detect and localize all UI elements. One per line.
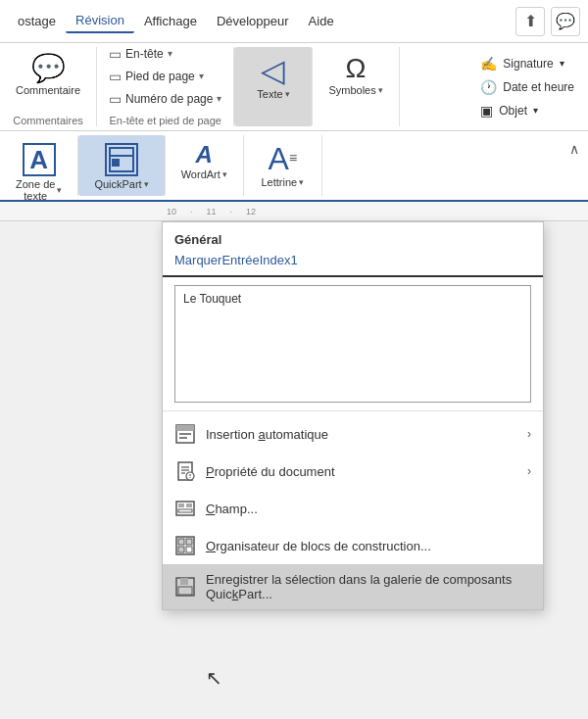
commentaire-icon: 💬: [31, 55, 66, 82]
pied-icon: ▭: [109, 69, 122, 84]
signature-icon: ✍: [480, 56, 497, 72]
objet-button[interactable]: ▣ Objet ▾: [474, 101, 580, 120]
symboles-button[interactable]: Ω Symboles ▾: [322, 51, 388, 100]
champ-icon: [174, 498, 196, 519]
quickpart-items: QuickPart ▾: [88, 135, 154, 196]
quickpart-label: QuickPart ▾: [94, 178, 148, 190]
propriete-doc-icon: [174, 460, 196, 482]
svg-rect-16: [186, 503, 192, 507]
zone-texte-items: A Zone detexte ▾: [10, 135, 68, 206]
entete-button[interactable]: ▭ En-tête ▾: [105, 44, 225, 64]
wordart-icon: A: [196, 143, 213, 167]
propriete-doc-arrow: ›: [527, 464, 531, 478]
texte-button[interactable]: ◁ Texte ▾: [249, 51, 298, 104]
dropdown-section-title: Général: [163, 222, 543, 251]
symboles-chevron: ▾: [378, 85, 383, 95]
svg-rect-20: [186, 539, 192, 545]
texte-items: ◁ Texte ▾: [249, 47, 298, 111]
insertion-auto-arrow: ›: [527, 427, 531, 441]
group-zone-texte: A Zone detexte ▾: [0, 135, 78, 196]
comment-button[interactable]: 💬: [551, 7, 580, 36]
svg-rect-2: [112, 159, 120, 167]
lettrine-button[interactable]: A ≡ Lettrine ▾: [255, 139, 310, 192]
ribbon-right-icons: ⬆ 💬: [515, 7, 580, 36]
svg-rect-22: [186, 547, 192, 552]
divider-1: [163, 410, 543, 411]
numero-chevron: ▾: [217, 93, 221, 104]
commentaire-label: Commentaire: [16, 84, 80, 96]
group-right: ✍ Signature ▾ 🕐 Date et heure ▣ Objet ▾: [466, 47, 588, 126]
share-button[interactable]: ⬆: [515, 7, 545, 36]
symboles-label: Symboles ▾: [328, 84, 382, 96]
objet-chevron: ▾: [533, 105, 538, 116]
lettrine-label: Lettrine ▾: [261, 176, 304, 188]
svg-rect-19: [178, 539, 184, 545]
ribbon-row-1: ostage Révision Affichage Développeur Ai…: [0, 0, 588, 43]
date-heure-button[interactable]: 🕐 Date et heure: [474, 77, 580, 97]
objet-icon: ▣: [480, 103, 493, 119]
propriete-doc-text: Propriété du document: [206, 464, 517, 479]
symboles-items: Ω Symboles ▾: [322, 47, 388, 111]
zone-texte-label: Zone detexte ▾: [16, 178, 62, 202]
signature-button[interactable]: ✍ Signature ▾: [474, 54, 580, 73]
group-symboles: Ω Symboles ▾: [313, 47, 399, 126]
preview-text: Le Touquet: [183, 292, 241, 306]
zone-texte-button[interactable]: A Zone detexte ▾: [10, 139, 68, 206]
zone-texte-chevron: ▾: [57, 185, 62, 195]
wordart-label: WordArt ▾: [181, 168, 227, 180]
group-wordart: A WordArt ▾: [166, 135, 244, 196]
svg-rect-15: [178, 503, 184, 507]
signature-chevron: ▾: [560, 58, 564, 69]
quickpart-chevron: ▾: [144, 179, 149, 189]
enregistrer-item[interactable]: Enregistrer la sélection dans la galerie…: [163, 564, 543, 609]
tab-aide[interactable]: Aide: [299, 10, 344, 32]
dropdown-preview: Le Touquet: [174, 285, 531, 403]
tab-postage[interactable]: ostage: [8, 10, 66, 32]
tab-affichage[interactable]: Affichage: [134, 10, 207, 32]
tab-revision[interactable]: Révision: [66, 9, 134, 33]
wordart-button[interactable]: A WordArt ▾: [175, 139, 233, 184]
pied-de-page-button[interactable]: ▭ Pied de page ▾: [105, 67, 225, 86]
insertion-auto-text: Insertion automatique: [206, 427, 517, 442]
lettrine-chevron: ▾: [299, 177, 304, 187]
commentaire-button[interactable]: 💬 Commentaire: [10, 51, 86, 100]
insertion-automatique-item[interactable]: Insertion automatique ›: [163, 415, 543, 453]
ruler: 10 · 11 · 12: [0, 202, 588, 221]
svg-rect-26: [181, 589, 189, 593]
svg-rect-4: [176, 425, 194, 431]
lettrine-items: A ≡ Lettrine ▾: [255, 135, 310, 196]
champ-text: Champ...: [206, 502, 531, 516]
tab-developpeur[interactable]: Développeur: [207, 10, 299, 32]
numero-icon: ▭: [109, 91, 122, 107]
group-texte: ◁ Texte ▾: [234, 47, 313, 126]
symboles-icon: Ω: [346, 55, 367, 82]
champ-item[interactable]: Champ...: [163, 490, 543, 527]
ruler-marks: 10 · 11 · 12: [167, 207, 256, 216]
quickpart-button[interactable]: QuickPart ▾: [88, 139, 154, 194]
lettrine-icon: A ≡: [269, 143, 298, 174]
group-entete: ▭ En-tête ▾ ▭ Pied de page ▾ ▭ Numéro de…: [97, 47, 234, 126]
svg-rect-17: [178, 509, 192, 512]
texte-group-label: [271, 111, 274, 126]
insertion-auto-icon: [174, 423, 196, 445]
svg-point-13: [189, 477, 190, 478]
quickpart-dropdown: Général MarquerEntréeIndex1 Le Touquet I…: [162, 221, 544, 610]
commentaires-items: 💬 Commentaire: [10, 47, 86, 111]
date-icon: 🕐: [480, 79, 497, 95]
entete-chevron: ▾: [168, 48, 172, 59]
ribbon-close-button[interactable]: ∧: [564, 139, 584, 159]
numero-page-button[interactable]: ▭ Numéro de page ▾: [105, 89, 225, 109]
organisateur-text: Organisateur de blocs de construction...: [206, 539, 531, 553]
enregistrer-text: Enregistrer la sélection dans la galerie…: [206, 572, 531, 601]
entete-group-label: En-tête et pied de page: [105, 111, 225, 126]
organisateur-item[interactable]: Organisateur de blocs de construction...: [163, 527, 543, 564]
quickpart-icon: [105, 143, 138, 176]
ribbon-row-3: A Zone detexte ▾ QuickPart: [0, 131, 588, 202]
svg-rect-24: [180, 578, 188, 585]
texte-chevron: ▾: [285, 89, 290, 99]
wordart-chevron: ▾: [222, 169, 227, 179]
dropdown-entry-name: MarquerEntréeIndex1: [163, 251, 543, 277]
group-quickpart: QuickPart ▾: [78, 135, 165, 196]
propriete-document-item[interactable]: Propriété du document ›: [163, 453, 543, 490]
pied-chevron: ▾: [199, 71, 204, 81]
